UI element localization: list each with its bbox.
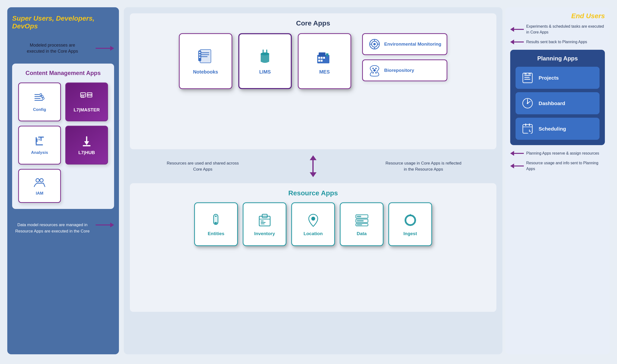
svg-rect-13 (83, 97, 84, 98)
end-user-text2: Results sent back to Planning Apps (526, 39, 587, 45)
svg-rect-47 (318, 60, 320, 62)
app-tile-location[interactable]: Location (291, 202, 335, 246)
svg-point-60 (375, 72, 377, 74)
projects-label: Projects (538, 75, 559, 81)
app-tile-data[interactable]: Data (340, 202, 383, 246)
svg-point-79 (405, 215, 416, 225)
arrow-text-left: Resources are used and shared across Cor… (164, 160, 241, 172)
svg-rect-0 (34, 94, 39, 95)
svg-rect-26 (83, 145, 91, 146)
arrow-text-right: Resource usage in Core Apps is reflected… (385, 160, 462, 172)
entities-icon (208, 212, 224, 228)
app-tile-iam[interactable]: IAM (18, 169, 61, 203)
svg-point-51 (373, 43, 376, 45)
svg-point-39 (261, 52, 269, 55)
svg-rect-45 (321, 57, 323, 59)
svg-point-27 (36, 179, 39, 182)
app-tile-notebooks[interactable]: Notebooks (179, 33, 232, 89)
iam-label: IAM (36, 191, 43, 196)
right-panel: End Users Experiments & scheduled tasks … (505, 7, 610, 354)
envmonitor-label: Environmental Monitoring (384, 41, 441, 47)
app-tile-mes[interactable]: MES (298, 33, 351, 89)
right-panel-title: End Users (510, 12, 605, 20)
planning-apps-title: Planning Apps (515, 55, 600, 62)
svg-rect-81 (523, 73, 532, 83)
svg-rect-83 (524, 77, 530, 78)
app-tile-l7hub[interactable]: L7|HUB (65, 126, 108, 165)
svg-point-5 (42, 98, 44, 100)
center-arrows: Resources are used and shared across Cor… (130, 149, 496, 183)
app-tile-envmonitor[interactable]: Environmental Monitoring (362, 33, 447, 55)
svg-point-58 (375, 68, 377, 69)
inventory-label: Inventory (254, 231, 275, 236)
left-arrow-text: Modeled processes are executed in the Co… (23, 42, 81, 54)
svg-rect-94 (529, 124, 530, 126)
svg-rect-71 (261, 223, 264, 224)
svg-rect-78 (357, 224, 362, 225)
svg-rect-43 (326, 55, 328, 56)
content-mgmt-title: Content Management Apps (18, 70, 108, 77)
l7hub-icon (80, 135, 93, 148)
app-tile-projects[interactable]: Projects (515, 67, 600, 89)
right-bottom-text1: Planning Apps reserve & assign resources (526, 150, 599, 156)
app-tile-ingest[interactable]: Ingest (388, 202, 432, 246)
analysis-label: Analysis (31, 150, 48, 155)
biorepository-label: Biorepository (384, 68, 414, 73)
svg-point-88 (527, 103, 528, 104)
svg-point-28 (40, 179, 43, 182)
ingest-label: Ingest (403, 231, 417, 236)
app-tile-scheduling[interactable]: Scheduling (515, 118, 600, 140)
app-tile-biorepository[interactable]: Biorepository (362, 59, 447, 81)
lims-label: LIMS (259, 69, 271, 75)
svg-point-36 (199, 57, 200, 58)
resource-apps-title: Resource Apps (136, 189, 490, 197)
lims-icon (256, 48, 274, 66)
svg-rect-65 (215, 222, 217, 224)
mes-label: MES (319, 69, 330, 75)
svg-point-57 (372, 68, 374, 69)
l7hub-label: L7|HUB (79, 150, 95, 155)
center-panel: Core Apps Notebooks (124, 7, 502, 354)
end-user-text1: Experiments & scheduled tasks are execut… (526, 24, 605, 35)
svg-point-6 (41, 96, 43, 98)
svg-marker-25 (84, 141, 89, 145)
app-tile-inventory[interactable]: Inventory (243, 202, 286, 246)
left-bottom-text: Data model resources are managed in Reso… (12, 222, 93, 234)
svg-rect-42 (326, 53, 328, 55)
app-tile-dashboard[interactable]: Dashboard (515, 92, 600, 114)
planning-apps-box: Planning Apps Projects (510, 50, 605, 145)
svg-point-56 (373, 69, 376, 72)
app-tile-config[interactable]: Config (18, 82, 61, 121)
analysis-icon (33, 135, 46, 148)
svg-point-4 (40, 94, 42, 96)
svg-rect-10 (81, 95, 82, 96)
main-container: Super Users, Developers, DevOps Modeled … (0, 0, 617, 364)
svg-rect-29 (200, 50, 211, 63)
svg-rect-86 (528, 73, 531, 75)
app-tile-entities[interactable]: Entities (194, 202, 238, 246)
app-tile-lims[interactable]: LIMS (238, 33, 292, 89)
scheduling-label: Scheduling (538, 126, 566, 132)
l7master-label: L7|MASTER (74, 107, 100, 113)
resource-apps-box: Resource Apps Entities (130, 183, 496, 312)
iam-icon (33, 176, 46, 189)
location-icon (305, 212, 321, 228)
svg-rect-3 (34, 100, 43, 101)
svg-rect-33 (201, 56, 208, 57)
svg-rect-32 (201, 54, 209, 55)
dashboard-icon (521, 97, 534, 110)
svg-point-34 (199, 52, 200, 53)
right-bottom-area: Planning Apps reserve & assign resources… (510, 150, 605, 172)
content-mgmt-box: Content Management Apps Config (12, 64, 114, 209)
projects-icon (521, 71, 534, 84)
scheduling-icon (521, 122, 534, 135)
svg-point-35 (199, 54, 200, 56)
app-tile-l7master[interactable]: + L7|MASTER (65, 82, 108, 121)
envmonitor-icon (368, 38, 381, 51)
core-apps-row: Notebooks LIMS (136, 33, 490, 89)
right-bottom-text2: Resource usage and info sent to Planning… (526, 160, 605, 172)
entities-label: Entities (208, 231, 224, 236)
app-tile-analysis[interactable]: Analysis (18, 126, 61, 165)
config-label: Config (33, 107, 46, 112)
left-panel: Super Users, Developers, DevOps Modeled … (7, 7, 119, 354)
